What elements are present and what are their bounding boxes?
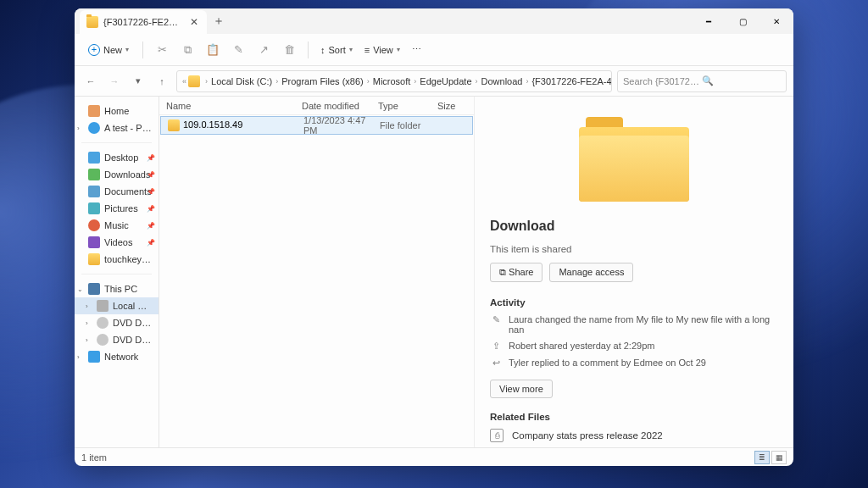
chevron-right-icon[interactable]: › [86, 319, 88, 327]
share-button[interactable]: ⧉ Share [490, 263, 542, 282]
nav-music[interactable]: Music📌 [75, 217, 159, 234]
nav-dvd-d[interactable]: ›DVD Drive (D:) CC [75, 314, 159, 331]
pc-icon [88, 283, 100, 295]
nav-touchkeyboard[interactable]: touchkeyboard [75, 251, 159, 268]
back-button[interactable]: ← [81, 72, 100, 91]
status-bar: 1 item ≣ ▦ [75, 447, 793, 466]
nav-onedrive[interactable]: › A test - Personal [75, 119, 159, 136]
home-icon [88, 105, 100, 117]
address-bar-row: ← → ▾ ↑ « › Local Disk (C:)› Program Fil… [75, 66, 793, 97]
chevron-right-icon[interactable]: › [77, 353, 80, 361]
col-date[interactable]: Date modified [295, 101, 371, 111]
column-headers: Name Date modified Type Size [159, 97, 474, 115]
maximize-button[interactable]: ▢ [726, 8, 760, 34]
rename-icon: ✎ [226, 38, 250, 62]
reply-icon: ↩ [490, 358, 502, 369]
manage-access-button[interactable]: Manage access [549, 263, 633, 282]
breadcrumb-seg[interactable]: Local Disk (C:) [209, 76, 274, 86]
more-button[interactable]: ⋯ [407, 41, 426, 58]
view-toggle: ≣ ▦ [754, 451, 787, 464]
new-button[interactable]: + New ▾ [81, 41, 136, 59]
activity-row: ↩Tyler replied to a comment by Edmee on … [490, 358, 778, 369]
related-heading: Related Files [490, 412, 778, 422]
breadcrumb-seg[interactable]: Microsoft [371, 76, 413, 86]
tab-title: {F3017226-FE2A-4295-8BDF-0 [103, 17, 183, 27]
nav-home[interactable]: Home [75, 103, 159, 119]
nav-pictures[interactable]: Pictures📌 [75, 200, 159, 217]
tab-close-icon[interactable]: ✕ [188, 16, 200, 28]
close-button[interactable]: ✕ [760, 8, 793, 34]
window-tab[interactable]: {F3017226-FE2A-4295-8BDF-0 ✕ [80, 10, 207, 34]
folder-icon [188, 75, 200, 87]
chevron-right-icon[interactable]: › [86, 302, 88, 310]
document-icon: ⎙ [490, 429, 504, 442]
nav-documents[interactable]: Documents📌 [75, 183, 159, 200]
dvd-icon [97, 334, 108, 346]
breadcrumb[interactable]: « › Local Disk (C:)› Program Files (x86)… [176, 70, 612, 92]
cut-icon: ✂ [150, 38, 174, 62]
pin-icon: 📌 [147, 222, 155, 230]
titlebar: {F3017226-FE2A-4295-8BDF-0 ✕ ＋ ━ ▢ ✕ [75, 8, 793, 34]
details-shared-text: This item is shared [490, 244, 778, 254]
nav-this-pc[interactable]: ⌄This PC [75, 280, 159, 297]
col-size[interactable]: Size [431, 101, 465, 111]
breadcrumb-seg[interactable]: Program Files (x86) [280, 76, 365, 86]
chevron-right-icon[interactable]: › [77, 125, 80, 132]
folder-icon [88, 253, 100, 265]
file-list: Name Date modified Type Size 109.0.1518.… [159, 97, 475, 447]
search-icon: 🔍 [702, 75, 781, 86]
breadcrumb-seg[interactable]: EdgeUpdate [418, 76, 473, 86]
view-more-button[interactable]: View more [490, 380, 553, 398]
edit-icon: ✎ [490, 314, 502, 325]
delete-icon: 🗑 [277, 38, 301, 62]
col-type[interactable]: Type [371, 101, 431, 111]
new-tab-button[interactable]: ＋ [207, 14, 231, 29]
chevron-down-icon[interactable]: ⌄ [77, 286, 83, 293]
plus-icon: + [88, 44, 100, 56]
sort-button[interactable]: ↕ Sort ▾ [315, 42, 358, 58]
related-file-name: Company stats press release 2022 [512, 430, 663, 441]
details-view-button[interactable]: ≣ [754, 451, 770, 464]
nav-desktop[interactable]: Desktop📌 [75, 149, 159, 166]
search-placeholder: Search {F3017226-FE2A-4293-8BDF-00C3A9A7… [623, 76, 702, 86]
music-icon [88, 219, 100, 231]
recent-button[interactable]: ▾ [129, 72, 147, 91]
minimize-button[interactable]: ━ [692, 8, 726, 34]
breadcrumb-seg[interactable]: Download [480, 76, 525, 86]
pictures-icon [88, 202, 100, 214]
downloads-icon [88, 169, 100, 180]
col-name[interactable]: Name [159, 101, 295, 111]
pin-icon: 📌 [147, 205, 155, 213]
nav-local-disk[interactable]: ›Local Disk (C:) [75, 297, 159, 314]
dvd-icon [97, 317, 108, 329]
breadcrumb-overflow-icon[interactable]: « [181, 77, 188, 86]
large-folder-icon [579, 117, 689, 202]
pin-icon: 📌 [147, 154, 155, 162]
folder-icon [86, 16, 98, 28]
nav-downloads[interactable]: Downloads📌 [75, 166, 159, 183]
share-icon: ⇪ [490, 341, 502, 352]
folder-icon [168, 119, 180, 131]
chevron-down-icon: ▾ [349, 46, 353, 53]
sort-icon: ↕ [320, 45, 326, 55]
pin-icon: 📌 [147, 188, 155, 196]
breadcrumb-seg[interactable]: {F3017226-FE2A-4293-8BDF-00C3A9A7E4C5} [530, 76, 612, 86]
thumbnails-view-button[interactable]: ▦ [771, 451, 787, 464]
pin-icon: 📌 [147, 171, 155, 179]
activity-row: ⇪Robert shared yesterday at 2:29pm [490, 341, 778, 352]
nav-dvd-d2[interactable]: ›DVD Drive (D:) CCC [75, 331, 159, 348]
nav-videos[interactable]: Videos📌 [75, 234, 159, 251]
table-row[interactable]: 109.0.1518.49 1/13/2023 4:47 PM File fol… [160, 116, 473, 135]
search-input[interactable]: Search {F3017226-FE2A-4293-8BDF-00C3A9A7… [617, 70, 787, 92]
new-label: New [103, 45, 122, 55]
related-file[interactable]: ⎙ Company stats press release 2022 [490, 429, 778, 442]
row-type: File folder [373, 120, 432, 130]
copy-icon: ⧉ [175, 38, 199, 62]
up-button[interactable]: ↑ [153, 72, 171, 91]
sort-label: Sort [329, 45, 346, 55]
nav-network[interactable]: ›Network [75, 348, 159, 365]
activity-row: ✎Laura changed the name from My file to … [490, 314, 778, 335]
view-button[interactable]: ≡ View ▾ [359, 42, 405, 58]
chevron-right-icon[interactable]: › [86, 336, 88, 344]
activity-text: Laura changed the name from My file to M… [509, 314, 778, 335]
